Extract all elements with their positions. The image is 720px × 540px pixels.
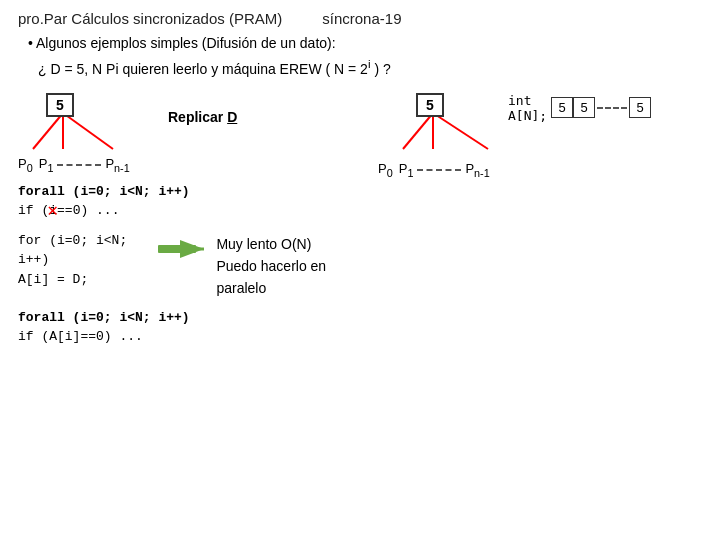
p0-right-label: P0: [378, 161, 393, 179]
right-root-value: 5: [426, 97, 434, 113]
left-tree-root: 5: [46, 93, 74, 117]
code1-if-post: ==0) ...: [57, 203, 119, 218]
svg-rect-4: [158, 245, 196, 253]
pn1-right-label: Pn-1: [465, 161, 489, 179]
array-boxes: 5 5 5: [551, 97, 651, 118]
p0-label: P0: [18, 156, 33, 174]
array-cell-1: 5: [573, 97, 595, 118]
code-block-3: forall (i=0; i<N; i++) if (A[i]==0) ...: [18, 308, 358, 347]
arrow-section: for (i=0; i<N; i++) A[i] = D;: [18, 231, 358, 300]
left-tree-labels: P0 P1 Pn-1: [18, 156, 130, 174]
array-cell-n: 5: [629, 97, 651, 118]
header: pro.Par Cálculos sincronizados (PRAM) sí…: [18, 10, 702, 27]
array-cell-0: 5: [551, 97, 573, 118]
code1-if-pre: if (: [18, 203, 49, 218]
right-tree-diagram: 5 int A[N]; 5 5 5 P0 P1: [378, 91, 608, 181]
left-tree-diagram: 5 P0 P1 Pn-1: [18, 91, 148, 176]
svg-line-8: [433, 113, 488, 149]
dashed-line-left: [57, 164, 101, 166]
right-arrow-container: [156, 235, 206, 263]
svg-line-2: [63, 113, 113, 149]
arrow-right-svg: [156, 235, 206, 263]
code-block-2: for (i=0; i<N; i++) A[i] = D;: [18, 231, 146, 290]
header-title: pro.Par Cálculos sincronizados (PRAM): [18, 10, 282, 27]
ai-line: A[i] = D;: [18, 272, 88, 287]
question-text: ¿ D = 5, N Pi quieren leerlo y máquina E…: [38, 61, 368, 77]
code1-line1: forall (i=0; i<N; i++): [18, 182, 358, 202]
code-block-1: forall (i=0; i<N; i++) if (i✕==0) ...: [18, 182, 358, 221]
subtitle-text: síncrona-19: [322, 10, 401, 27]
left-panel: 5 P0 P1 Pn-1 Replicar D: [18, 91, 358, 357]
bullet-text: Algunos ejemplos simples (Difusión de un…: [36, 35, 336, 51]
slow-text-container: Muy lento O(N) Puedo hacerlo en paralelo: [216, 233, 358, 300]
code2-line2: A[i] = D;: [18, 270, 146, 290]
bullet-point: • Algunos ejemplos simples (Difusión de …: [28, 35, 702, 51]
array-section: int A[N]; 5 5 5: [508, 93, 651, 123]
root-value-text: 5: [56, 97, 64, 113]
slow-label: Muy lento O(N): [216, 233, 358, 255]
root-node-value: 5: [46, 93, 74, 117]
main-content: 5 P0 P1 Pn-1 Replicar D: [18, 91, 702, 357]
svg-line-6: [403, 113, 433, 149]
code3-line2: if (A[i]==0) ...: [18, 327, 358, 347]
title-text: pro.Par Cálculos sincronizados (PRAM): [18, 10, 282, 27]
crossed-i: i✕: [49, 201, 57, 221]
header-subtitle: síncrona-19: [322, 10, 401, 27]
code3-line1: forall (i=0; i<N; i++): [18, 308, 358, 328]
code1-line2: if (i✕==0) ...: [18, 201, 358, 221]
array-dashed: [597, 107, 627, 109]
question: ¿ D = 5, N Pi quieren leerlo y máquina E…: [38, 57, 702, 77]
replicate-label-container: Replicar D: [158, 109, 237, 125]
forall-line1: forall (i=0; i<N; i++): [18, 184, 190, 199]
x-mark-icon: ✕: [47, 198, 58, 225]
right-tree-labels: P0 P1 Pn-1: [378, 161, 490, 179]
p1-label: P1: [39, 156, 54, 174]
right-tree-root: 5: [416, 93, 444, 117]
question-end: ) ?: [371, 61, 391, 77]
if-ai-line: if (A[i]==0) ...: [18, 329, 143, 344]
replicate-label: Replicar D: [168, 109, 237, 125]
dashed-line-right: [417, 169, 461, 171]
parallel-label: Puedo hacerlo en paralelo: [216, 255, 358, 300]
int-array-label: int A[N];: [508, 93, 547, 123]
code2-line1: for (i=0; i<N; i++): [18, 231, 146, 270]
for-line1: for (i=0; i<N; i++): [18, 233, 127, 268]
forall-line3: forall (i=0; i<N; i++): [18, 310, 190, 325]
right-panel: 5 int A[N]; 5 5 5 P0 P1: [368, 91, 702, 357]
code-block-2-container: for (i=0; i<N; i++) A[i] = D;: [18, 231, 146, 290]
svg-line-0: [33, 113, 63, 149]
p1-right-label: P1: [399, 161, 414, 179]
replicate-d: D: [227, 109, 237, 125]
right-root-node: 5: [416, 93, 444, 117]
pn1-label: Pn-1: [105, 156, 129, 174]
